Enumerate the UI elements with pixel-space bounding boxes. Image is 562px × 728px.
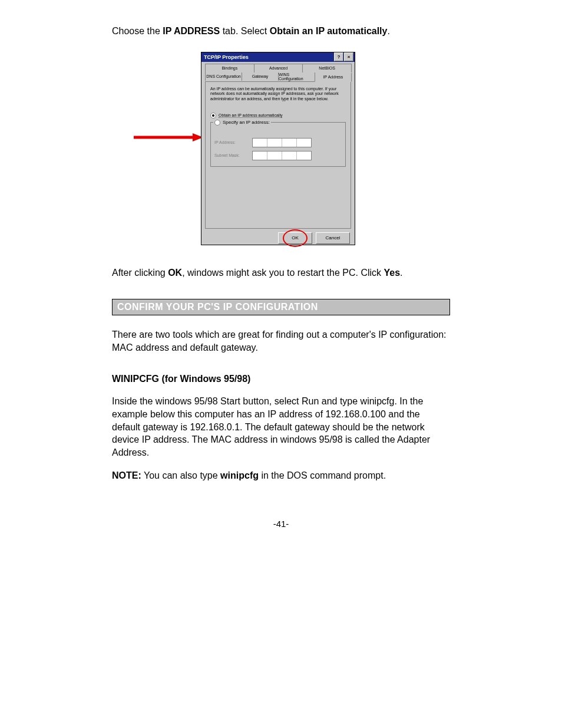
tab-wins-configuration[interactable]: WINS Configuration: [278, 73, 315, 81]
radio-label: Obtain an IP address automatically: [219, 113, 282, 118]
page-number: -41-: [0, 519, 562, 529]
text: Choose the: [112, 26, 163, 36]
radio-obtain-auto[interactable]: Obtain an IP address automatically: [210, 113, 346, 118]
section-heading: CONFIRM YOUR PC'S IP CONFIGURATION: [117, 302, 445, 312]
text-bold: Obtain an IP automatically: [270, 26, 388, 36]
cancel-button[interactable]: Cancel: [316, 232, 350, 244]
tab-row-back: Bindings Advanced NetBIOS: [205, 64, 351, 73]
tab-ip-address[interactable]: IP Address: [315, 73, 352, 82]
text: After clicking: [112, 268, 168, 278]
text-bold: OK: [168, 268, 182, 278]
tab-gateway[interactable]: Gateway: [242, 73, 279, 81]
close-icon: ×: [348, 54, 351, 60]
text: tab. Select: [220, 26, 270, 36]
document-page: Choose the IP ADDRESS tab. Select Obtain…: [0, 0, 562, 728]
tab-bindings[interactable]: Bindings: [205, 64, 254, 73]
text-bold: Yes: [384, 268, 400, 278]
winipcfg-paragraph: Inside the windows 95/98 Start button, s…: [112, 395, 450, 459]
text: You can also type: [141, 470, 220, 480]
intro-paragraph: Choose the IP ADDRESS tab. Select Obtain…: [112, 25, 450, 38]
tab-strip: Bindings Advanced NetBIOS DNS Configurat…: [201, 62, 355, 81]
radio-label: Specify an IP address:: [223, 120, 270, 125]
radio-icon: [210, 113, 216, 118]
radio-icon: [214, 120, 220, 126]
tcpip-properties-dialog: TCP/IP Properties ? × Bindings Advanced …: [201, 52, 355, 245]
dialog-buttons: OK Cancel: [201, 229, 355, 244]
close-button[interactable]: ×: [344, 52, 353, 61]
ip-address-input[interactable]: [252, 138, 312, 147]
dialog-titlebar[interactable]: TCP/IP Properties ? ×: [201, 52, 355, 62]
radio-specify-ip[interactable]: Specify an IP address:: [213, 120, 271, 126]
tab-dns-configuration[interactable]: DNS Configuration: [205, 73, 242, 81]
tab-panel-ip-address: An IP address can be automatically assig…: [205, 81, 351, 229]
tab-advanced[interactable]: Advanced: [254, 64, 303, 73]
help-button[interactable]: ?: [334, 52, 343, 61]
callout-arrow-icon: [134, 131, 204, 143]
text: , windows might ask you to restart the P…: [182, 268, 384, 278]
text-bold: IP ADDRESS: [163, 26, 220, 36]
after-ok-paragraph: After clicking OK, windows might ask you…: [112, 266, 450, 279]
text: .: [387, 26, 389, 36]
text-bold: winipcfg: [220, 470, 259, 480]
section-heading-bar: CONFIRM YOUR PC'S IP CONFIGURATION: [112, 299, 450, 315]
specify-ip-group: Specify an IP address: IP Address: Subne…: [210, 122, 346, 167]
field-label-ip: IP Address:: [214, 140, 252, 144]
tools-paragraph: There are two tools which are great for …: [112, 328, 450, 354]
field-row-ip: IP Address:: [214, 138, 342, 147]
field-label-mask: Subnet Mask:: [214, 153, 252, 157]
dialog-title: TCP/IP Properties: [203, 54, 333, 60]
text: in the DOS command prompt.: [259, 470, 386, 480]
subnet-mask-input[interactable]: [252, 151, 312, 160]
tab-row-front: DNS Configuration Gateway WINS Configura…: [205, 73, 351, 81]
text: .: [400, 268, 402, 278]
help-icon: ?: [338, 54, 340, 60]
tab-netbios[interactable]: NetBIOS: [302, 64, 352, 73]
field-row-mask: Subnet Mask:: [214, 151, 342, 160]
ok-button[interactable]: OK: [278, 232, 312, 244]
dialog-figure: TCP/IP Properties ? × Bindings Advanced …: [169, 52, 393, 252]
winipcfg-heading: WINIPCFG (for Windows 95/98): [112, 374, 450, 384]
note-paragraph: NOTE: You can also type winipcfg in the …: [112, 469, 450, 482]
text-bold: NOTE:: [112, 470, 141, 480]
info-text: An IP address can be automatically assig…: [210, 87, 346, 102]
